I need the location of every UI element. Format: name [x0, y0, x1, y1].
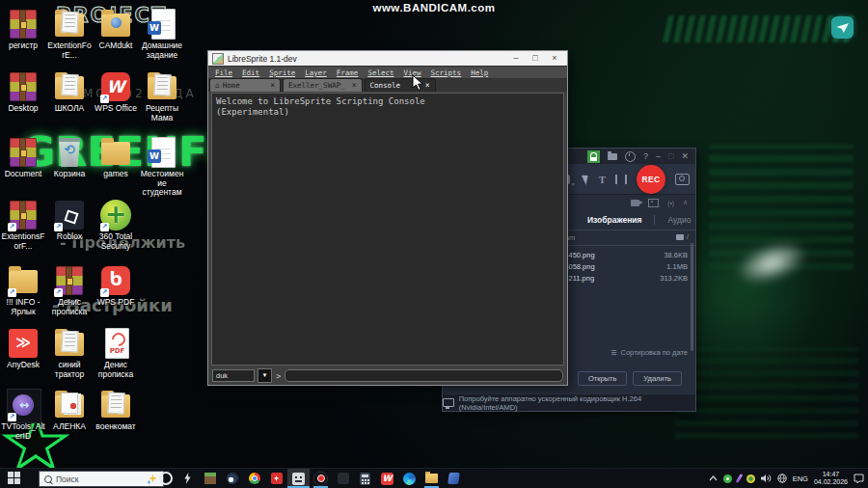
desktop-icon[interactable]: ExtentionForE...	[47, 8, 92, 60]
tab-images[interactable]: Изображения	[587, 215, 641, 225]
menu-help[interactable]: Help	[466, 68, 493, 77]
desktop-icon[interactable]: регистр	[1, 8, 45, 51]
collapse-chevron-icon[interactable]: ∧	[683, 199, 688, 206]
bandicam-footer[interactable]: Попробуйте аппаратно ускоренный кодировщ…	[443, 393, 695, 411]
tab-audio[interactable]: Аудио	[654, 215, 691, 225]
close-button[interactable]: ✕	[681, 149, 689, 164]
dropdown-arrow-icon[interactable]: ▼	[258, 368, 272, 383]
taskbar-icon-libresprite[interactable]	[287, 469, 310, 488]
desktop-icon[interactable]: ШКОЛА	[47, 70, 92, 114]
taskbar-icon-minecraft[interactable]	[199, 469, 221, 488]
taskbar-icon-opera[interactable]	[154, 469, 176, 488]
desktop-icon[interactable]: военкомат	[94, 389, 138, 432]
clock-icon[interactable]	[625, 151, 636, 162]
bandicam-actions: Открыть Удалить	[578, 371, 682, 386]
desktop-icon[interactable]: 360 Total Security	[94, 199, 138, 251]
desktop-icon-label: АЛЕНКА	[47, 422, 92, 432]
maximize-button[interactable]: □	[526, 51, 545, 66]
taskbar-icon-wps-office[interactable]	[376, 469, 398, 488]
language-indicator[interactable]: ENG	[793, 474, 808, 483]
open-folder-icon[interactable]	[676, 234, 684, 240]
help-button[interactable]: ?	[643, 149, 648, 164]
folder-icon[interactable]	[608, 153, 617, 160]
clock[interactable]: 14:47 04.02.2026	[814, 471, 848, 486]
lock-icon[interactable]	[587, 150, 600, 163]
libresprite-titlebar[interactable]: LibreSprite 1.1-dev – □ ×	[208, 51, 567, 66]
desktop-icon[interactable]: АЛЕНКА	[47, 389, 92, 432]
notification-icon[interactable]	[854, 474, 864, 483]
tab-console[interactable]: Console×	[365, 78, 436, 92]
menu-scripts[interactable]: Scripts	[426, 68, 467, 77]
desktop-icon[interactable]: games	[94, 136, 138, 179]
tab-exeller_swap_[interactable]: Exeller_SWAP_×	[283, 78, 363, 92]
desktop-icon[interactable]: Roblox	[47, 199, 92, 242]
open-button[interactable]: Открыть	[578, 371, 627, 386]
taskbar-search[interactable]: Поиск	[39, 471, 164, 487]
console-input[interactable]	[285, 369, 563, 382]
desktop-icon[interactable]: синий трактор	[47, 327, 92, 379]
pause-button[interactable]	[615, 175, 627, 184]
desktop-icon[interactable]: WPS PDF	[94, 264, 138, 308]
broadcast-icon[interactable]: (•)	[667, 200, 674, 206]
menu-layer[interactable]: Layer	[300, 68, 332, 77]
taskbar-icon-chrome[interactable]	[243, 469, 265, 488]
tab-close-icon[interactable]: ×	[266, 81, 275, 90]
desktop-icon[interactable]: Document	[1, 136, 45, 179]
desktop-icon[interactable]: WPS Office	[94, 70, 138, 114]
taskbar-icon-file-explorer[interactable]	[420, 469, 443, 488]
taskbar-icon-steam[interactable]	[221, 469, 243, 488]
security-tray-icon[interactable]	[723, 474, 732, 483]
menu-edit[interactable]: Edit	[237, 68, 264, 77]
menu-file[interactable]: File	[210, 68, 237, 77]
taskbar-icon-edge[interactable]	[398, 469, 420, 488]
desktop-icon[interactable]: CAMdukt	[94, 8, 138, 51]
taskbar-icon-calculator[interactable]	[354, 469, 376, 488]
taskbar-icon-red-app[interactable]	[265, 469, 287, 488]
taskbar-icon-epic-games[interactable]	[176, 469, 199, 488]
taskbar-icon-bandicam[interactable]	[310, 469, 332, 488]
desktop-icon[interactable]: Desktop	[1, 70, 45, 114]
start-button[interactable]	[8, 472, 21, 485]
scrollbar[interactable]	[691, 243, 693, 351]
desktop-icon[interactable]: Денис прописка	[94, 327, 138, 379]
desktop-icon-label: WPS Office	[94, 104, 138, 114]
volume-icon[interactable]	[761, 474, 772, 483]
desktop-icon[interactable]: Домашние задание	[140, 8, 184, 60]
network-globe-icon[interactable]	[777, 474, 787, 483]
desktop-icon-label: TVTools_AlterID	[1, 422, 45, 441]
menu-sprite[interactable]: Sprite	[264, 68, 300, 77]
desktop-icon[interactable]: !!! INFO - Ярлык	[1, 264, 45, 316]
desktop-icon[interactable]: Местоимение студентам	[140, 136, 184, 198]
antivirus-tray-icon[interactable]	[746, 474, 755, 483]
cursor-effect-icon[interactable]	[582, 173, 591, 185]
maximize-button[interactable]: □	[668, 149, 673, 164]
desktop-icon[interactable]: Рецепты Мама	[140, 70, 184, 122]
desktop-icon-label: регистр	[1, 41, 45, 51]
desktop-icon[interactable]: AnyDesk	[1, 327, 45, 370]
video-mode-icon[interactable]	[631, 200, 639, 206]
system-tray: ENG 14:47 04.02.2026	[709, 469, 864, 488]
text-overlay-button[interactable]: T	[599, 174, 606, 185]
minimize-button[interactable]: –	[506, 51, 526, 66]
menu-frame[interactable]: Frame	[332, 68, 364, 77]
tray-chevron-icon[interactable]	[709, 475, 718, 481]
pen-tray-icon[interactable]	[735, 474, 743, 483]
steam-icon	[227, 473, 238, 484]
desktop-icon[interactable]: ExtentionsForF...	[1, 199, 45, 251]
delete-button[interactable]: Удалить	[633, 371, 682, 386]
screenshot-camera-icon[interactable]	[675, 174, 690, 185]
taskbar-icon-blue-app[interactable]	[443, 469, 465, 488]
record-button[interactable]: REC	[637, 165, 665, 194]
desktop-icon[interactable]: Денис прописка	[47, 264, 92, 316]
minimize-button[interactable]: –	[656, 149, 661, 164]
close-button[interactable]: ×	[545, 51, 564, 66]
sort-by-date[interactable]: ☰ Сортировка по дате	[610, 348, 688, 357]
desktop-icon[interactable]: TVTools_AlterID	[1, 389, 45, 441]
menu-select[interactable]: Select	[363, 68, 398, 77]
tab-close-icon[interactable]: ×	[348, 81, 357, 90]
image-mode-icon[interactable]	[648, 199, 659, 207]
desktop-icon[interactable]: Корзина	[47, 136, 92, 179]
engine-dropdown[interactable]: duk	[212, 369, 255, 382]
tab-home[interactable]: ⌂Home×	[209, 78, 281, 92]
taskbar-icon-ghost-app[interactable]	[332, 469, 354, 488]
